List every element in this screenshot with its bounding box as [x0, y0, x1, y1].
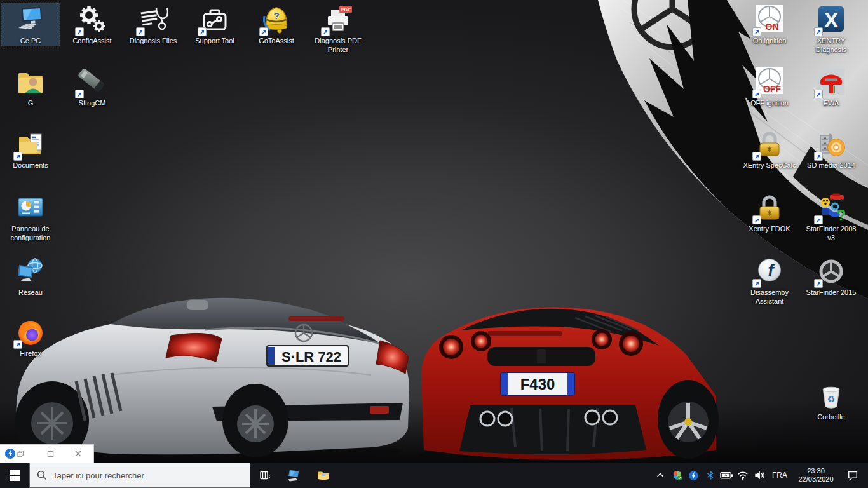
desktop-icon-xentry-speccalc[interactable]: XEntry SpecCalc — [740, 127, 799, 171]
desktop-icon-off-ignition[interactable]: OFF OFF ignition — [740, 65, 799, 109]
tray-battery[interactable] — [718, 463, 735, 488]
mini-window-titlebar[interactable] — [0, 445, 93, 463]
archive-cd-icon — [816, 129, 846, 159]
diagnostic-mux-icon — [77, 67, 107, 97]
desktop-icon-support-tool[interactable]: Support Tool — [185, 3, 245, 46]
desktop-icon-label: XEntry SpecCalc — [743, 161, 796, 170]
svg-text:PDF: PDF — [341, 7, 351, 13]
shortcut-arrow-icon — [75, 90, 84, 98]
desktop-icon-disassembly-assistant[interactable]: f Disassemby Assistant — [740, 254, 799, 308]
desktop-icon-label: OFF ignition — [750, 98, 789, 107]
taskbar-search[interactable] — [29, 463, 250, 488]
shortcut-arrow-icon — [814, 152, 823, 161]
taskbar: FRA 23:30 22/03/2020 — [0, 463, 868, 488]
desktop-icon-configassist[interactable]: ConfigAssist — [62, 3, 122, 46]
windows-logo-icon — [9, 470, 21, 482]
mercedes-star-off-icon: OFF — [754, 67, 785, 97]
desktop-icon-g-folder[interactable]: G — [1, 65, 60, 109]
control-panel-icon — [15, 193, 46, 223]
tray-hidden-icons-chevron[interactable] — [652, 463, 668, 488]
tray-thunderbolt[interactable] — [685, 463, 702, 488]
shortcut-arrow-icon — [752, 215, 761, 224]
flash-sphere-icon: f — [754, 256, 785, 287]
mercedes-slr-car: S·LR 722 — [14, 285, 414, 463]
shortcut-arrow-icon — [75, 27, 84, 36]
license-plate-right: F430 — [520, 376, 555, 393]
svg-text:X: X — [824, 8, 839, 32]
network-globe-icon — [15, 256, 46, 287]
system-tray: FRA 23:30 22/03/2020 — [652, 463, 868, 488]
tray-language-indicator[interactable]: FRA — [768, 463, 792, 488]
svg-text:OFF: OFF — [763, 84, 781, 94]
toolbox-icon — [200, 4, 230, 35]
tray-bluetooth[interactable] — [702, 463, 718, 488]
gears-icon — [77, 4, 107, 35]
tray-volume[interactable] — [751, 463, 768, 488]
desktop-icon-ewa[interactable]: EWA — [801, 65, 861, 109]
starfinder-collage-icon: ? — [816, 193, 846, 223]
svg-text:♻: ♻ — [827, 394, 836, 404]
battery-charging-icon — [720, 469, 733, 482]
desktop-icon-label: Ce PC — [20, 36, 41, 45]
desktop-icon-documents[interactable]: Documents — [1, 127, 60, 171]
desktop-icon-sd-media-2014[interactable]: SD media 2014 — [801, 127, 861, 171]
desktop-icon-control-panel[interactable]: Panneau de configuration — [1, 191, 60, 244]
start-button[interactable] — [0, 463, 29, 488]
desktop-icon-firefox[interactable]: Firefox — [1, 315, 60, 359]
padlock-icon — [754, 129, 785, 159]
desktop-icon-ce-pc[interactable]: Ce PC — [1, 3, 60, 46]
shortcut-arrow-icon — [13, 152, 22, 161]
desktop-icon-label: Diagnosis Files — [130, 36, 177, 45]
mercedes-star-gray-icon — [816, 256, 846, 287]
desktop-icon-diagnosis-pdf-printer[interactable]: PDF Diagnosis PDF Printer — [308, 3, 368, 56]
clock-time: 23:30 — [807, 467, 825, 475]
desktop-icon-xentry-fdok[interactable]: Xentry FDOK — [740, 191, 799, 234]
this-pc-icon — [15, 4, 46, 35]
svg-text:?: ? — [273, 10, 279, 21]
task-view-button[interactable] — [250, 463, 280, 488]
tray-clock[interactable]: 23:30 22/03/2020 — [792, 463, 840, 488]
wifi-icon — [737, 470, 749, 480]
search-input[interactable] — [53, 471, 243, 480]
desktop-icon-label: StarFinder 2008 v3 — [802, 224, 860, 243]
shortcut-arrow-icon — [259, 27, 268, 36]
thunderbolt-app-icon — [4, 448, 16, 459]
tray-windows-security[interactable] — [668, 463, 685, 488]
desktop-icon-label: SftngCM — [79, 98, 106, 107]
stethoscope-files-icon — [138, 4, 168, 35]
license-plate-left: S·LR 722 — [281, 349, 341, 365]
desktop-icon-starfinder-2008[interactable]: ? StarFinder 2008 v3 — [801, 191, 861, 244]
desktop-icon-on-ignition[interactable]: ON On ignition — [740, 3, 799, 46]
desktop-icon-label: Documents — [13, 161, 48, 170]
desktop-icon-xentry-diagnosis[interactable]: X XENTRY Diagnosis — [801, 3, 861, 56]
desktop-icon-network[interactable]: Réseau — [1, 254, 60, 298]
desktop-icon-label: G — [28, 98, 34, 107]
desktop-icon-label: XENTRY Diagnosis — [802, 36, 860, 55]
taskbar-app-file-explorer[interactable] — [309, 463, 338, 488]
mini-window-close-button[interactable] — [71, 446, 85, 461]
desktop-icon-recycle-bin[interactable]: ♻ Corbeille — [801, 379, 861, 423]
desktop-icon-label: ConfigAssist — [72, 36, 111, 45]
desktop-icon-label: SD media 2014 — [807, 161, 855, 170]
desktop-icon-label: Panneau de configuration — [1, 224, 60, 243]
desktop-icon-label: GoToAssist — [259, 36, 294, 45]
action-center-button[interactable] — [840, 463, 865, 488]
recycle-bin-icon: ♻ — [816, 381, 846, 411]
desktop-icon-diagnosis-files[interactable]: Diagnosis Files — [123, 3, 183, 46]
desktop-icon-gotoassist[interactable]: ? GoToAssist — [247, 3, 306, 46]
tray-wifi[interactable] — [735, 463, 751, 488]
firefox-icon — [15, 317, 46, 348]
taskbar-app-diagnosis-pc[interactable] — [280, 463, 309, 488]
mini-window-maximize-button[interactable] — [43, 446, 57, 461]
svg-text:ON: ON — [766, 22, 779, 32]
padlock-icon — [754, 193, 785, 223]
clock-date: 22/03/2020 — [798, 475, 833, 484]
security-shield-icon — [672, 470, 682, 481]
desktop-icon-label: Disassemby Assistant — [740, 288, 799, 306]
car-lift-icon — [816, 67, 846, 97]
chevron-up-icon — [656, 471, 665, 480]
thunderbolt-icon — [688, 470, 699, 481]
desktop-icon-starfinder-2015[interactable]: StarFinder 2015 — [801, 254, 861, 298]
desktop-icon-sftngcm[interactable]: SftngCM — [62, 65, 122, 109]
shortcut-arrow-icon — [752, 152, 761, 161]
